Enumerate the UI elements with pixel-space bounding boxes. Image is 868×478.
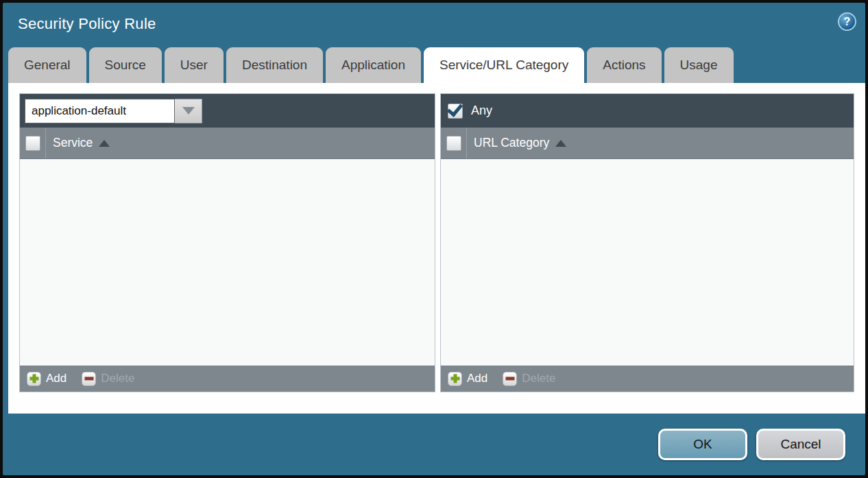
url-category-column-header: URL Category (441, 128, 854, 159)
add-plus-icon (448, 372, 462, 386)
delete-minus-icon (503, 372, 517, 386)
tab-destination[interactable]: Destination (226, 47, 323, 83)
service-add-button[interactable]: Add (27, 372, 67, 386)
service-panel-footer: Add Delete (20, 366, 435, 392)
service-column-label[interactable]: Service (53, 136, 110, 150)
cancel-button[interactable]: Cancel (756, 429, 845, 460)
url-category-column-label[interactable]: URL Category (474, 136, 566, 150)
tab-service-url-category[interactable]: Service/URL Category (424, 47, 584, 83)
url-category-panel-footer: Add Delete (441, 366, 854, 392)
url-category-add-button[interactable]: Add (448, 372, 487, 386)
service-panel: application-default Service (19, 93, 435, 392)
sort-asc-icon (99, 140, 110, 147)
sort-asc-icon (555, 140, 566, 147)
url-category-add-label: Add (467, 372, 487, 385)
tab-actions[interactable]: Actions (587, 47, 661, 83)
tab-user[interactable]: User (165, 47, 224, 83)
delete-minus-icon (82, 372, 96, 386)
service-select-all-checkbox[interactable] (25, 136, 40, 151)
any-label: Any (471, 104, 492, 118)
tab-bar: General Source User Destination Applicat… (8, 47, 734, 83)
url-category-panel-header: Any (441, 94, 854, 128)
service-panel-header: application-default (20, 94, 435, 128)
dialog-action-buttons: OK Cancel (658, 429, 845, 460)
url-category-list-area[interactable] (441, 159, 854, 366)
service-type-dropdown-value[interactable]: application-default (25, 99, 175, 123)
service-add-label: Add (46, 372, 67, 385)
service-type-dropdown-button[interactable] (175, 99, 202, 123)
tab-application[interactable]: Application (326, 47, 421, 83)
tab-general[interactable]: General (8, 47, 86, 83)
service-list-area[interactable] (20, 159, 435, 366)
service-column-label-text: Service (53, 136, 93, 150)
any-checkbox[interactable] (448, 104, 463, 119)
add-plus-icon (27, 372, 41, 386)
tab-source[interactable]: Source (89, 47, 162, 83)
chevron-down-icon (182, 107, 195, 115)
content-sheet: application-default Service (8, 83, 865, 414)
ok-button[interactable]: OK (658, 429, 747, 460)
url-category-select-all-checkbox[interactable] (446, 136, 461, 151)
url-category-delete-button[interactable]: Delete (503, 372, 555, 386)
service-delete-label: Delete (101, 372, 134, 385)
tab-usage[interactable]: Usage (664, 47, 734, 83)
security-policy-rule-dialog: Security Policy Rule ? General Source Us… (0, 0, 868, 478)
service-select-all-cell (20, 128, 46, 158)
service-column-header: Service (20, 128, 435, 159)
url-category-column-label-text: URL Category (474, 136, 549, 150)
url-category-delete-label: Delete (522, 372, 555, 385)
service-type-dropdown[interactable]: application-default (25, 99, 202, 123)
url-category-select-all-cell (441, 128, 467, 158)
url-category-panel: Any URL Category Add Delete (440, 93, 854, 392)
dialog-title: Security Policy Rule (18, 15, 156, 33)
help-icon[interactable]: ? (838, 12, 856, 31)
service-delete-button[interactable]: Delete (82, 372, 134, 386)
